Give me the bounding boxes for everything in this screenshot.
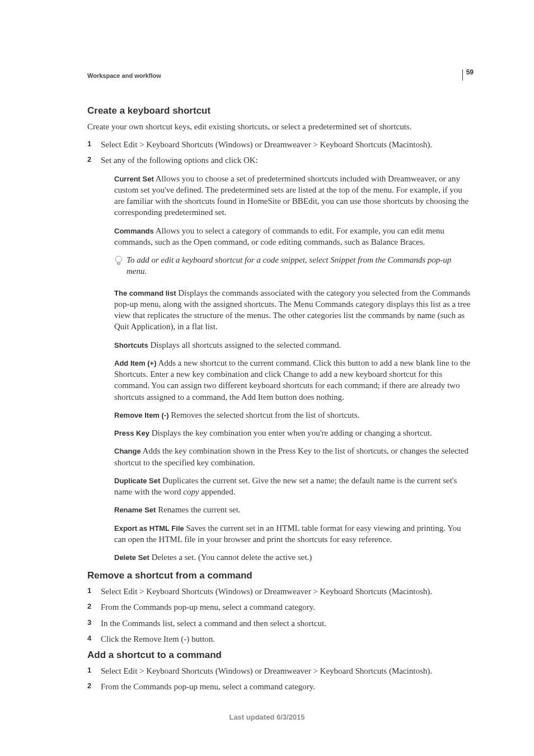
def-label: Export as HTML File	[114, 524, 184, 533]
step-text: Select Edit > Keyboard Shortcuts (Window…	[101, 140, 432, 149]
heading-create-shortcut: Create a keyboard shortcut	[87, 105, 474, 118]
step-text: From the Commands pop-up menu, select a …	[101, 682, 315, 691]
lightbulb-icon	[114, 255, 124, 269]
def-command-list: The command list Displays the commands a…	[114, 287, 474, 333]
def-press-key: Press Key Displays the key combination y…	[114, 427, 474, 438]
step-item: From the Commands pop-up menu, select a …	[87, 681, 474, 692]
def-label: Delete Set	[114, 553, 149, 562]
step-text: From the Commands pop-up menu, select a …	[101, 603, 315, 612]
def-text: Adds the key combination shown in the Pr…	[114, 446, 469, 466]
step-text: Set any of the following options and cli…	[101, 156, 258, 165]
def-current-set: Current Set Allows you to choose a set o…	[114, 173, 474, 218]
def-text: Removes the selected shortcut from the l…	[169, 410, 360, 419]
definitions-block: Current Set Allows you to choose a set o…	[114, 173, 474, 563]
tip-row: To add or edit a keyboard shortcut for a…	[114, 254, 474, 277]
def-shortcuts: Shortcuts Displays all shortcuts assigne…	[114, 339, 474, 351]
def-label: Remove Item (-)	[114, 411, 169, 419]
def-export: Export as HTML File Saves the current se…	[114, 522, 474, 545]
step-text: In the Commands list, select a command a…	[101, 619, 326, 628]
def-text-italic: copy	[183, 487, 199, 496]
def-label: Duplicate Set	[114, 477, 160, 485]
def-text: Adds a new shortcut to the current comma…	[114, 358, 470, 402]
def-rename-set: Rename Set Renames the current set.	[114, 504, 474, 515]
def-delete-set: Delete Set Deletes a set. (You cannot de…	[114, 552, 474, 563]
def-label: Change	[114, 447, 141, 455]
step-text: Select Edit > Keyboard Shortcuts (Window…	[101, 666, 432, 675]
step-item: Select Edit > Keyboard Shortcuts (Window…	[87, 586, 474, 597]
step-item: Set any of the following options and cli…	[87, 155, 474, 563]
steps-list-add: Select Edit > Keyboard Shortcuts (Window…	[87, 665, 474, 693]
step-text: Select Edit > Keyboard Shortcuts (Window…	[101, 587, 432, 596]
page-number: 59	[462, 69, 474, 81]
def-text: Duplicates the current set. Give the new…	[114, 476, 457, 496]
svg-point-0	[115, 256, 121, 262]
step-text: Click the Remove Item (-) button.	[101, 634, 215, 643]
step-item: Select Edit > Keyboard Shortcuts (Window…	[87, 139, 474, 150]
intro-text: Create your own shortcut keys, edit exis…	[87, 121, 474, 132]
tip-text: To add or edit a keyboard shortcut for a…	[127, 254, 474, 277]
def-text: Displays all shortcuts assigned to the s…	[148, 340, 341, 349]
def-label: Shortcuts	[114, 341, 148, 349]
steps-list-create: Select Edit > Keyboard Shortcuts (Window…	[87, 139, 474, 563]
heading-add-shortcut: Add a shortcut to a command	[87, 649, 474, 662]
step-item: In the Commands list, select a command a…	[87, 618, 474, 629]
def-label: Commands	[114, 227, 154, 235]
heading-remove-shortcut: Remove a shortcut from a command	[87, 570, 474, 582]
def-commands: Commands Allows you to select a category…	[114, 225, 474, 248]
def-label: Current Set	[114, 175, 154, 183]
def-text: Deletes a set. (You cannot delete the ac…	[149, 553, 312, 562]
def-text: Renames the current set.	[156, 505, 240, 514]
def-label: The command list	[114, 289, 176, 297]
def-label: Press Key	[114, 429, 149, 437]
def-text: appended.	[199, 487, 236, 496]
breadcrumb: Workspace and workflow	[87, 72, 474, 80]
def-text: Allows you to choose a set of predetermi…	[114, 174, 469, 217]
def-add-item: Add Item (+) Adds a new shortcut to the …	[114, 357, 474, 403]
def-text: Displays the key combination you enter w…	[149, 428, 432, 437]
step-item: Click the Remove Item (-) button.	[87, 633, 474, 645]
def-change: Change Adds the key combination shown in…	[114, 445, 474, 468]
def-remove-item: Remove Item (-) Removes the selected sho…	[114, 409, 474, 421]
def-label: Rename Set	[114, 506, 156, 514]
def-duplicate-set: Duplicate Set Duplicates the current set…	[114, 475, 474, 498]
step-item: Select Edit > Keyboard Shortcuts (Window…	[87, 665, 474, 676]
def-label: Add Item (+)	[114, 359, 156, 367]
def-text: Allows you to select a category of comma…	[114, 226, 444, 246]
document-page: 59 Workspace and workflow Create a keybo…	[0, 0, 534, 756]
footer-updated: Last updated 6/3/2015	[0, 712, 534, 722]
step-item: From the Commands pop-up menu, select a …	[87, 601, 474, 613]
steps-list-remove: Select Edit > Keyboard Shortcuts (Window…	[87, 586, 474, 645]
